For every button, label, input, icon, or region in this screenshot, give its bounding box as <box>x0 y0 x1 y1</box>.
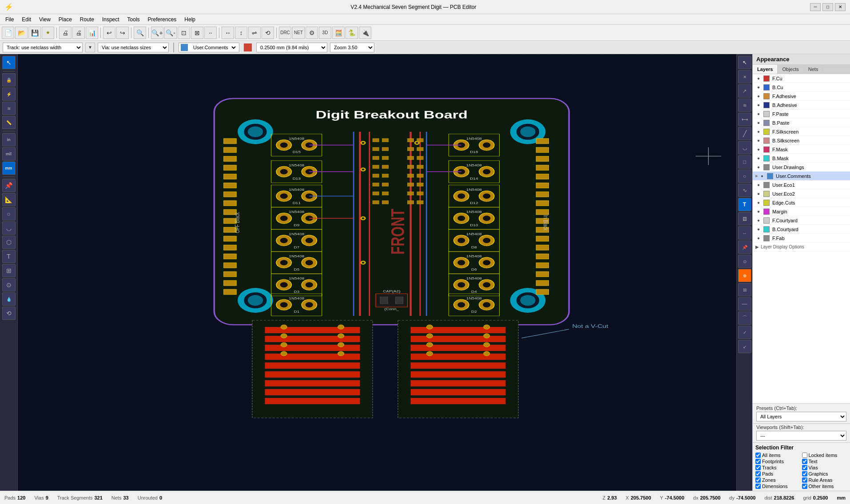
draw-circle-tool[interactable]: ○ <box>738 169 751 183</box>
draw-line-tool[interactable]: ╱ <box>738 127 751 140</box>
zoom-in-button[interactable]: 🔍+ <box>151 27 163 39</box>
draw-rect-tool[interactable]: □ <box>738 155 751 169</box>
unit-mil[interactable]: mil <box>2 147 16 161</box>
check-text[interactable]: Text <box>802 459 848 464</box>
close-button[interactable]: ✕ <box>835 3 846 11</box>
layer-bmask[interactable]: ● B.Mask <box>753 154 850 163</box>
minimize-button[interactable]: ─ <box>810 3 821 11</box>
layer-ffab[interactable]: ● F.Fab <box>753 234 850 243</box>
menu-preferences[interactable]: Preferences <box>144 16 180 24</box>
select-cursor-tool[interactable]: ↖ <box>738 56 751 69</box>
unit-mm[interactable]: mm <box>2 161 16 175</box>
plot-button[interactable]: 📊 <box>86 27 98 39</box>
net-inspector-button[interactable]: NET <box>292 27 305 39</box>
zoom-fit-button[interactable]: ⊡ <box>178 27 190 39</box>
measure-angle-tool[interactable]: ✕ <box>738 70 751 83</box>
calculator-button[interactable]: 🧮 <box>332 27 345 39</box>
mirror-button[interactable]: ⇌ <box>248 27 261 39</box>
menu-tools[interactable]: Tools <box>124 16 143 24</box>
check-tracks[interactable]: Tracks <box>755 465 801 470</box>
plugin-button[interactable]: 🔌 <box>359 27 371 39</box>
back-tool[interactable]: ↙ <box>738 340 751 353</box>
layer-userdrawings[interactable]: ● User.Drawings <box>753 163 850 172</box>
check-pads[interactable]: Pads <box>755 471 801 476</box>
layer-bcu[interactable]: ● B.Cu <box>753 83 850 92</box>
menu-route[interactable]: Route <box>76 16 98 24</box>
tab-objects[interactable]: Objects <box>778 65 803 74</box>
menu-edit[interactable]: Edit <box>18 16 35 24</box>
board-setup-button[interactable]: ⚙ <box>306 27 318 39</box>
layer-bsilkscreen[interactable]: ● B.Silkscreen <box>753 136 850 145</box>
draw-circle[interactable]: ○ <box>2 207 16 220</box>
check-other-items[interactable]: Other items <box>802 484 848 489</box>
flip-view[interactable]: ⟲ <box>2 307 16 320</box>
layer-fmask[interactable]: ● F.Mask <box>753 145 850 154</box>
flip-v-button[interactable]: ↕ <box>235 27 247 39</box>
grid-size-select[interactable]: 0.2500 mm (9.84 mils) <box>256 43 327 52</box>
arc-tool-2[interactable]: ⌒ <box>738 311 751 325</box>
checkbox-text[interactable] <box>802 459 807 464</box>
layer-fcu[interactable]: ● F.Cu <box>753 74 850 83</box>
line-tool-2[interactable]: — <box>738 297 751 311</box>
menu-place[interactable]: Place <box>55 16 75 24</box>
menu-inspect[interactable]: Inspect <box>99 16 123 24</box>
add-footprint[interactable]: 📌 <box>2 179 16 192</box>
save-button[interactable]: 💾 <box>28 27 41 39</box>
layer-color-swatch[interactable] <box>244 43 252 51</box>
checkbox-vias[interactable] <box>802 465 807 470</box>
tab-layers[interactable]: Layers <box>753 65 778 74</box>
select-tool[interactable]: ↖ <box>2 56 16 69</box>
canvas-area[interactable]: Digit Breakout Board <box>18 54 736 491</box>
layer-fpaste[interactable]: ● F.Paste <box>753 110 850 118</box>
track-width-select[interactable]: Track: use netclass width <box>3 43 83 52</box>
length-tuning[interactable]: 📏 <box>2 116 16 129</box>
check-footprints[interactable]: Footprints <box>755 459 801 464</box>
checkbox-locked-items[interactable] <box>802 453 807 458</box>
menu-help[interactable]: Help <box>181 16 199 24</box>
route-single-track[interactable]: 🔒 <box>2 73 16 87</box>
print-button[interactable]: 🖨 <box>72 27 85 39</box>
add-text-tool[interactable]: T <box>738 198 751 211</box>
unit-in[interactable]: in <box>2 133 16 146</box>
scripting-button[interactable]: 🐍 <box>346 27 358 39</box>
checkbox-tracks[interactable] <box>755 465 761 470</box>
layer-edgecuts[interactable]: ● Edge.Cuts <box>753 198 850 207</box>
layer-usercomments[interactable]: ▶ ● User.Comments <box>753 172 850 181</box>
diff-pair-tool[interactable]: ⟷ <box>738 113 751 126</box>
checkbox-zones[interactable] <box>755 477 761 483</box>
add-zone-tool[interactable]: ⊞ <box>738 283 751 296</box>
save-special-button[interactable]: ★ <box>42 27 54 39</box>
flip-h-button[interactable]: ↔ <box>222 27 234 39</box>
layer-fadhesive[interactable]: ● F.Adhesive <box>753 92 850 101</box>
tab-nets[interactable]: Nets <box>804 65 823 74</box>
presets-dropdown[interactable]: All Layers <box>756 412 846 421</box>
checkbox-all-items[interactable] <box>755 453 761 458</box>
3d-viewer-button[interactable]: 3D <box>319 27 331 39</box>
flip-board-button[interactable]: ⟲ <box>262 27 274 39</box>
maximize-button[interactable]: □ <box>822 3 833 11</box>
add-pad-tool[interactable]: ⊕ <box>738 269 751 282</box>
undo-button[interactable]: ↩ <box>103 27 115 39</box>
route-interactive[interactable]: ≋ <box>2 102 16 115</box>
draw-arc-tool[interactable]: ◡ <box>738 141 751 154</box>
checkbox-graphics[interactable] <box>802 471 807 476</box>
active-layer-select[interactable]: User.Comments <box>190 43 237 52</box>
pcb-canvas[interactable]: Digit Breakout Board <box>18 54 736 491</box>
teardrops[interactable]: 💧 <box>2 292 16 306</box>
check-zones[interactable]: Zones <box>755 477 801 483</box>
layer-usereco1[interactable]: ● User.Eco1 <box>753 181 850 189</box>
menu-file[interactable]: File <box>2 16 17 24</box>
checkbox-pads[interactable] <box>755 471 761 476</box>
zoom-out-button[interactable]: 🔍- <box>164 27 177 39</box>
draw-arc[interactable]: ◡ <box>2 221 16 235</box>
check-locked-items[interactable]: Locked items <box>802 453 848 458</box>
add-via[interactable]: ⊙ <box>2 278 16 291</box>
zoom-select[interactable]: Zoom 3.50 <box>330 43 374 52</box>
layer-bcourtyard[interactable]: ● B.Courtyard <box>753 225 850 234</box>
layer-fsilkscreen[interactable]: ● F.Silkscreen <box>753 127 850 136</box>
route-diff-pair[interactable]: ⚡ <box>2 87 16 101</box>
add-dimension-tool[interactable]: ↔ <box>738 226 751 240</box>
design-rules-button[interactable]: DRC <box>279 27 291 39</box>
add-text[interactable]: T <box>2 250 16 263</box>
layer-bpaste[interactable]: ● B.Paste <box>753 118 850 127</box>
